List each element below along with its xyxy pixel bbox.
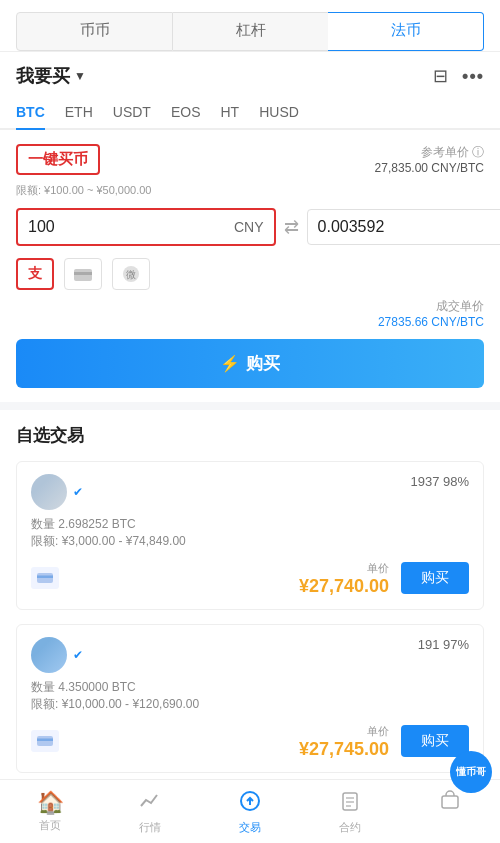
limit-text: 限额: ¥100.00 ~ ¥50,000.00 [16,183,484,198]
tab-fabi[interactable]: 法币 [328,12,484,51]
one-click-header: 一键买币 参考单价 ⓘ 27,835.00 CNY/BTC [16,144,484,175]
custom-trading-title: 自选交易 [16,424,484,447]
nav-market[interactable]: 行情 [100,786,200,839]
payment-bank[interactable] [64,258,102,290]
currency-tab-eos[interactable]: EOS [171,98,201,130]
assets-icon [439,790,461,818]
nav-contract[interactable]: 合约 [300,786,400,839]
card-info-2: 数量 4.350000 BTC 限额: ¥10,000.00 - ¥120,69… [31,679,469,713]
trade-price-value: 27835.66 CNY/BTC [378,315,484,329]
quick-buy-section: 一键买币 参考单价 ⓘ 27,835.00 CNY/BTC 限额: ¥100.0… [0,130,500,402]
user-avatar-2 [31,637,67,673]
card-buy-btn-1[interactable]: 购买 [401,562,469,594]
trading-card-1: ✔ 1937 98% 数量 2.698252 BTC 限额: ¥3,000.00… [16,461,484,610]
nav-trade-label: 交易 [239,820,261,835]
card-stats-nums-2: 191 97% [418,637,469,652]
currency-tab-ht[interactable]: HT [220,98,239,130]
card-price-value-1: ¥27,740.00 [299,576,389,596]
svg-rect-1 [74,272,92,275]
card-footer-2: 单价 ¥27,745.00 购买 [31,721,469,760]
card-payment-icon-2 [31,730,59,752]
more-icon[interactable]: ••• [462,66,484,87]
crypto-input-box: BTC [307,209,500,245]
swap-icon[interactable]: ⇄ [284,216,299,238]
trading-card-2: ✔ 191 97% 数量 4.350000 BTC 限额: ¥10,000.00… [16,624,484,773]
buy-button[interactable]: ⚡ 购买 [16,339,484,388]
buy-button-label: 购买 [246,352,280,375]
card-amount-1: 数量 2.698252 BTC [31,517,136,531]
card-header-1: ✔ 1937 98% [31,474,469,510]
card-info-1: 数量 2.698252 BTC 限额: ¥3,000.00 - ¥74,849.… [31,516,469,550]
filter-icon[interactable]: ⊟ [433,65,448,87]
ref-price: 参考单价 ⓘ 27,835.00 CNY/BTC [375,144,484,175]
header-row: 我要买 ▼ ⊟ ••• [0,52,500,94]
payment-row: 支 微 [16,258,484,290]
watermark: 懂币哥 [450,751,492,793]
card-stats-2: 191 97% [418,637,469,652]
market-icon [139,790,161,818]
svg-rect-14 [442,796,458,808]
header-title[interactable]: 我要买 ▼ [16,64,86,88]
amount-input-box: CNY [16,208,276,246]
card-stats-1: 1937 98% [410,474,469,489]
contract-icon [339,790,361,818]
card-price-value-2: ¥27,745.00 [299,739,389,759]
svg-text:微: 微 [126,269,136,280]
trade-price-row: 成交单价 27835.66 CNY/BTC [16,298,484,329]
payment-alipay[interactable]: 支 [16,258,54,290]
top-tabs: 币币 杠杆 法币 [0,0,500,52]
user-avatar-1 [31,474,67,510]
home-icon: 🏠 [37,790,64,816]
bottom-nav: 🏠 首页 行情 交易 合约 [0,779,500,843]
nav-assets[interactable] [400,786,500,839]
svg-rect-7 [37,738,53,741]
card-limit-1: 限额: ¥3,000.00 - ¥74,849.00 [31,534,186,548]
card-stats-nums-1: 1937 98% [410,474,469,489]
card-buy-btn-2[interactable]: 购买 [401,725,469,757]
card-limit-2: 限额: ¥10,000.00 - ¥120,690.00 [31,697,199,711]
header-title-text: 我要买 [16,64,70,88]
lightning-icon: ⚡ [220,354,240,373]
currency-tab-btc[interactable]: BTC [16,98,45,130]
trade-icon [239,790,261,818]
crypto-input[interactable] [318,218,500,236]
watermark-text: 懂币哥 [456,766,486,778]
section-divider [0,402,500,410]
nav-home-label: 首页 [39,818,61,833]
card-user-1: ✔ [31,474,83,510]
tab-bibi[interactable]: 币币 [16,12,173,51]
card-unit-label-1: 单价 [367,562,389,574]
currency-tab-usdt[interactable]: USDT [113,98,151,130]
payment-wechat[interactable]: 微 [112,258,150,290]
card-payment-icon-1 [31,567,59,589]
amount-input[interactable] [28,218,228,236]
currency-tabs: BTC ETH USDT EOS HT HUSD [0,94,500,130]
trade-price-label: 成交单价 [436,299,484,313]
input-row: CNY ⇄ BTC [16,208,484,246]
one-click-label: 一键买币 [16,144,100,175]
amount-currency: CNY [234,219,264,235]
card-amount-2: 数量 4.350000 BTC [31,680,136,694]
ref-price-value: 27,835.00 CNY/BTC [375,161,484,175]
svg-rect-5 [37,575,53,578]
nav-market-label: 行情 [139,820,161,835]
card-header-2: ✔ 191 97% [31,637,469,673]
user-verified-1: ✔ [73,485,83,499]
card-footer-1: 单价 ¥27,740.00 购买 [31,558,469,597]
nav-home[interactable]: 🏠 首页 [0,786,100,839]
header-icons: ⊟ ••• [433,65,484,87]
currency-tab-eth[interactable]: ETH [65,98,93,130]
header-dropdown-arrow: ▼ [74,69,86,83]
card-user-2: ✔ [31,637,83,673]
card-price-2: 单价 ¥27,745.00 [299,721,389,760]
card-price-1: 单价 ¥27,740.00 [299,558,389,597]
nav-trade[interactable]: 交易 [200,786,300,839]
ref-price-label: 参考单价 ⓘ [421,145,484,159]
card-unit-label-2: 单价 [367,725,389,737]
currency-tab-husd[interactable]: HUSD [259,98,299,130]
user-verified-2: ✔ [73,648,83,662]
nav-contract-label: 合约 [339,820,361,835]
tab-leverage[interactable]: 杠杆 [173,12,328,51]
